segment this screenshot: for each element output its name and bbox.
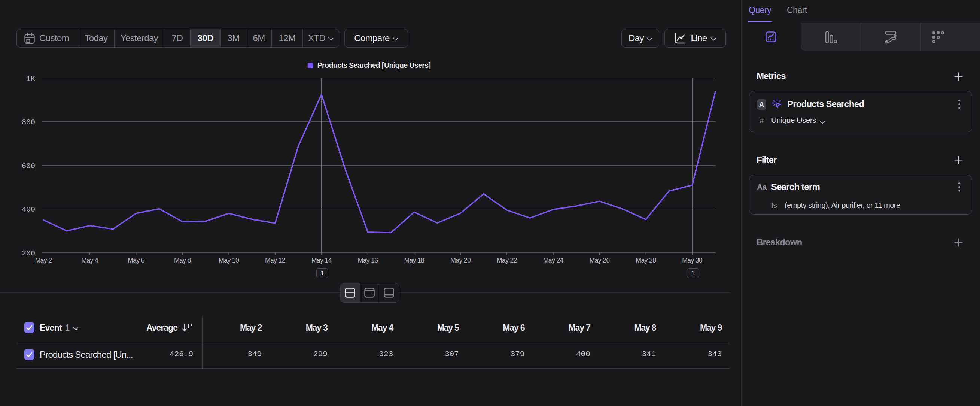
svg-text:May 8: May 8 — [174, 256, 191, 264]
svg-text:May 12: May 12 — [265, 256, 285, 264]
svg-text:May 24: May 24 — [543, 256, 564, 264]
svg-text:400: 400 — [22, 205, 35, 214]
svg-text:600: 600 — [22, 162, 35, 170]
svg-text:May 14: May 14 — [312, 256, 332, 264]
svg-text:800: 800 — [22, 118, 35, 127]
svg-text:May 4: May 4 — [81, 256, 99, 264]
svg-text:May 26: May 26 — [590, 256, 610, 264]
svg-text:May 28: May 28 — [636, 256, 656, 264]
svg-text:May 18: May 18 — [404, 256, 425, 264]
svg-text:May 2: May 2 — [35, 256, 52, 264]
svg-text:May 10: May 10 — [219, 256, 239, 264]
svg-text:May 16: May 16 — [358, 256, 378, 264]
svg-text:1K: 1K — [26, 75, 35, 83]
svg-text:May 30: May 30 — [682, 256, 703, 264]
svg-text:May 22: May 22 — [497, 256, 517, 264]
svg-text:May 20: May 20 — [450, 256, 471, 264]
svg-text:200: 200 — [22, 249, 35, 258]
svg-text:May 6: May 6 — [128, 256, 145, 264]
